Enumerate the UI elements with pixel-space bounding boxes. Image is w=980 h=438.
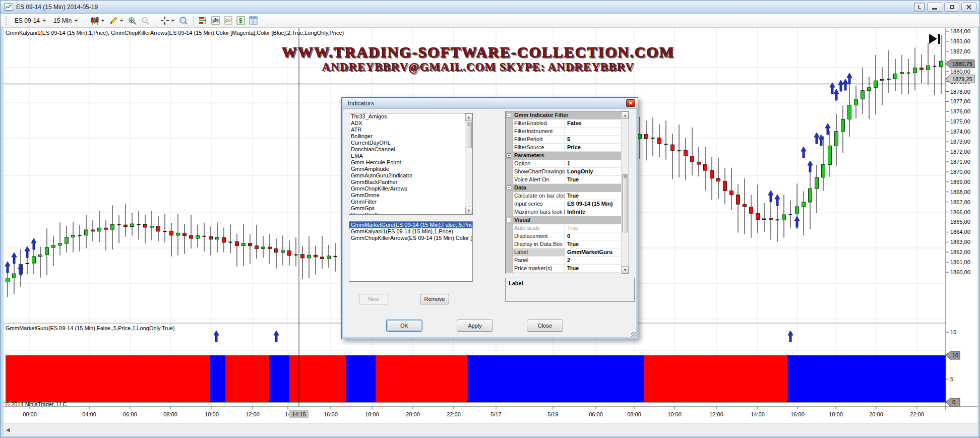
property-row[interactable]: FilterInstrument (506, 128, 622, 136)
available-indicators-list[interactable]: ▲ ▼ Thr33_AmigosADXATRBollingerCurrentDa… (349, 113, 473, 215)
remove-button[interactable]: Remove (420, 294, 449, 304)
resize-grip[interactable] (631, 332, 636, 337)
new-button[interactable]: New (359, 294, 388, 304)
property-row[interactable]: FilterSourcePrice (506, 144, 622, 152)
candlestick (795, 207, 799, 214)
dialog-close-button[interactable]: ✕ (626, 99, 635, 107)
zoom-out-button[interactable] (139, 15, 152, 27)
property-category-row[interactable]: −Data (506, 184, 622, 192)
property-row[interactable]: Maximum bars look backInfinite (506, 208, 622, 216)
property-value[interactable]: False (565, 119, 622, 128)
property-category-row[interactable]: −Visual (506, 216, 622, 224)
indicator-list-item[interactable]: GmmChopKillerArrows (349, 185, 472, 192)
applied-indicator-item[interactable]: GmmMarketGuru(ES 09-14 (15 Min),False,,5… (349, 222, 472, 228)
indicator-list-item[interactable]: Gmm Hercule Poirot (349, 159, 472, 166)
property-row[interactable]: Option1 (506, 160, 622, 168)
indicator-list-item[interactable]: ATR (349, 127, 472, 133)
ok-button[interactable]: OK (386, 320, 422, 332)
indicator-list-item[interactable]: EMA (349, 153, 472, 159)
property-row[interactable]: Panel2 (506, 257, 622, 265)
indicator-list-item[interactable]: DonchianChannel (349, 146, 472, 153)
scrollbar-thumb[interactable] (622, 174, 628, 232)
property-row[interactable]: FilterPeriod5 (506, 136, 622, 144)
property-value[interactable]: True (565, 176, 622, 184)
scroll-left-arrow-icon[interactable]: ◀ (4, 425, 12, 434)
data-box-button[interactable] (177, 15, 190, 27)
property-row[interactable]: Calculate on bar closeTrue (506, 192, 622, 200)
property-row[interactable]: ShowChartDrawingsLongOnly (506, 168, 622, 176)
property-value[interactable]: True (565, 265, 622, 273)
property-row[interactable]: Input seriesES 09-14 (15 Min) (506, 200, 622, 208)
collapse-icon[interactable]: − (507, 185, 511, 190)
minimize-button[interactable] (927, 3, 942, 12)
indicator-list-item[interactable]: GmmAutoGuru2Indicator (349, 172, 472, 179)
dialog-title-bar[interactable]: Indicators ✕ (342, 98, 638, 109)
property-row[interactable]: Auto scaleTrue (506, 224, 622, 232)
collapse-icon[interactable]: − (507, 153, 511, 158)
horizontal-scrollbar[interactable]: ◀ (1, 423, 980, 435)
property-value[interactable] (565, 128, 622, 136)
trade-button[interactable]: $ (234, 15, 247, 26)
scroll-up-icon[interactable]: ▲ (465, 113, 472, 121)
scroll-up-icon[interactable]: ▲ (622, 111, 629, 119)
property-value[interactable]: 1 (565, 160, 622, 168)
link-button[interactable]: L (914, 3, 925, 12)
scroll-down-icon[interactable]: ▼ (465, 207, 472, 214)
property-row[interactable]: Voice Alert OnTrue (506, 176, 622, 184)
property-value[interactable]: LongOnly (565, 168, 622, 176)
scroll-down-icon[interactable]: ▼ (622, 266, 629, 274)
draw-tools-dropdown[interactable] (107, 15, 126, 27)
indicator-list-item[interactable]: GmmBlackPanther (349, 179, 472, 185)
indicator-list-item[interactable]: GmmGps2 (349, 212, 472, 215)
applied-indicator-item[interactable]: GmmKalyani1(ES 09-14 (15 Min),1,Price) (349, 228, 472, 235)
scrollbar-thumb[interactable] (466, 122, 472, 148)
indicator-list-item[interactable]: GmmFilter (349, 199, 472, 205)
property-value[interactable]: ES 09-14 (15 Min) (565, 200, 622, 208)
dialog-close-action-button[interactable]: Close (527, 320, 563, 332)
property-value[interactable]: 0 (565, 232, 622, 240)
instrument-dropdown[interactable]: ES 09-14 (11, 15, 50, 26)
property-value[interactable]: 5 (565, 136, 622, 144)
indicator-list-item[interactable]: GmmGps (349, 205, 472, 212)
list-scrollbar[interactable]: ▲ ▼ (465, 113, 472, 214)
property-value[interactable]: True (565, 224, 622, 232)
indicator-list-item[interactable]: Bollinger (349, 133, 472, 140)
interval-dropdown[interactable]: 15 Min (50, 15, 82, 26)
chart-style-dropdown[interactable] (88, 15, 107, 27)
close-button[interactable] (961, 3, 976, 12)
indicators-button[interactable] (222, 15, 234, 26)
collapse-icon[interactable]: − (507, 218, 511, 222)
property-value[interactable]: GmmMarketGuru (565, 248, 622, 257)
go-to-end-icon[interactable] (938, 34, 940, 44)
property-row[interactable]: Displacement0 (506, 232, 622, 240)
toolbar-grip[interactable] (6, 16, 8, 25)
maximize-button[interactable] (944, 3, 959, 12)
property-value[interactable]: True (565, 240, 622, 248)
property-grid[interactable]: −Gmm Indicator FilterFilterEnabledFalseF… (505, 111, 629, 274)
property-row[interactable]: Price marker(s)True (506, 265, 622, 273)
apply-button[interactable]: Apply (457, 320, 493, 332)
properties-button[interactable] (247, 15, 260, 26)
zoom-in-button[interactable] (126, 15, 139, 27)
new-chart-button[interactable] (209, 15, 222, 26)
applied-indicators-list[interactable]: GmmMarketGuru(ES 09-14 (15 Min),False,,5… (349, 221, 473, 282)
property-value[interactable]: Infinite (565, 208, 622, 216)
market-analyzer-button[interactable] (197, 15, 209, 26)
property-value[interactable]: True (565, 192, 622, 200)
indicator-list-item[interactable]: Thr33_Amigos (349, 113, 472, 120)
property-row[interactable]: Display in Data BoxTrue (506, 240, 622, 248)
property-category-row[interactable]: −Parameters (506, 152, 622, 160)
property-row[interactable]: LabelGmmMarketGuru (506, 248, 622, 257)
cursor-dropdown[interactable] (158, 15, 177, 27)
grid-scrollbar[interactable]: ▲ ▼ (621, 111, 629, 274)
indicator-list-item[interactable]: GmmAmplitude (349, 166, 472, 172)
property-value[interactable]: Price (565, 144, 622, 152)
indicator-list-item[interactable]: CurrentDayOHL (349, 140, 472, 146)
indicator-list-item[interactable]: ADX (349, 120, 472, 127)
property-value[interactable]: 2 (565, 257, 622, 265)
property-category-row[interactable]: −Gmm Indicator Filter (506, 111, 622, 119)
indicator-list-item[interactable]: GmmDrone (349, 192, 472, 199)
applied-indicator-item[interactable]: GmmChopKillerArrows(ES 09-14 (15 Min),Co… (349, 235, 472, 241)
property-row[interactable]: FilterEnabledFalse (506, 119, 622, 128)
collapse-icon[interactable]: − (507, 113, 511, 117)
